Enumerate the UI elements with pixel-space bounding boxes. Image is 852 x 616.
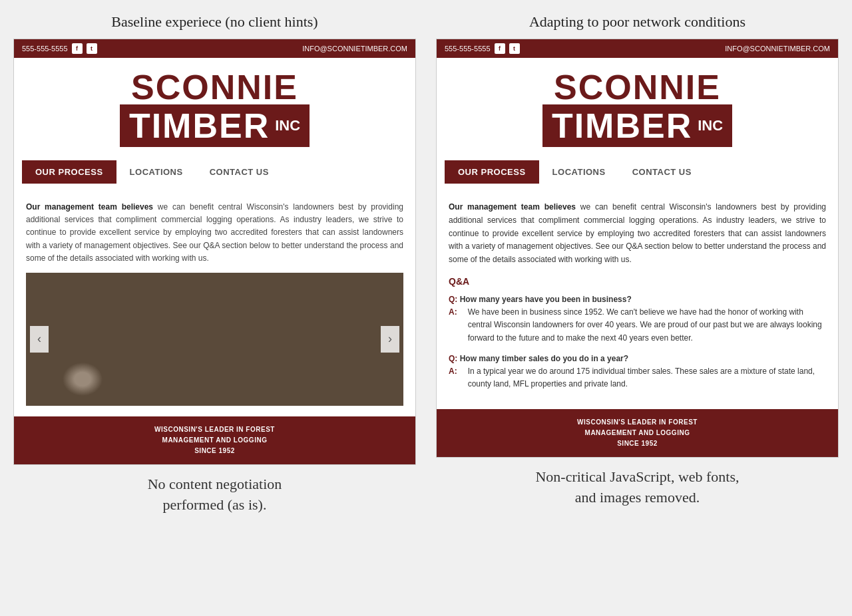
left-logo-sconnie: SCONNIE xyxy=(21,70,409,104)
right-logo-area: SCONNIE TIMBER INC xyxy=(437,58,838,154)
right-topbar-left: 555-555-5555 f t xyxy=(445,43,520,54)
right-logo-inc: INC xyxy=(698,117,723,134)
right-caption: Non-critical JavaScript, web fonts,and i… xyxy=(535,467,739,508)
left-logo-timber-bg: TIMBER INC xyxy=(120,104,310,147)
qa-item-2: Q: How many timber sales do you do in a … xyxy=(449,353,826,391)
twitter-icon[interactable]: t xyxy=(87,43,97,54)
left-topbar: 555-555-5555 f t INFO@SCONNIETIMBER.COM xyxy=(14,39,415,58)
right-qa-title: Q&A xyxy=(449,276,826,287)
a-label-2: A: xyxy=(449,365,457,390)
page-wrapper: Baseline experiece (no client hints) 555… xyxy=(0,0,852,536)
right-phone: 555-555-5555 xyxy=(445,45,491,53)
right-logo-timber: TIMBER xyxy=(552,108,692,143)
qa-a-1: A: We have been in business since 1952. … xyxy=(449,306,826,345)
qa-answer-1: We have been in business since 1952. We … xyxy=(460,306,826,345)
left-slider-next[interactable]: › xyxy=(381,326,399,353)
qa-answer-2: In a typical year we do around 175 indiv… xyxy=(460,365,826,390)
left-logs-overlay xyxy=(26,273,403,406)
a-label-1: A: xyxy=(449,306,457,345)
right-logo-timber-row: TIMBER INC xyxy=(443,104,831,147)
right-body-text: Our management team believes we can bene… xyxy=(449,201,826,267)
right-nav: OUR PROCESS LOCATIONS CONTACT US xyxy=(437,154,838,190)
left-title: Baseline experiece (no client hints) xyxy=(111,13,318,31)
q-label-2: Q: xyxy=(449,354,457,363)
right-body-bold: Our management team believes xyxy=(449,202,576,212)
right-mockup: 555-555-5555 f t INFO@SCONNIETIMBER.COM … xyxy=(436,39,839,458)
qa-item-1: Q: How many years have you been in busin… xyxy=(449,293,826,345)
qa-a-2: A: In a typical year we do around 175 in… xyxy=(449,365,826,390)
right-footer: WISCONSIN'S LEADER IN FORESTMANAGEMENT A… xyxy=(437,409,838,457)
right-column: Adapting to poor network conditions 555-… xyxy=(436,13,839,516)
left-footer-text: WISCONSIN'S LEADER IN FORESTMANAGEMENT A… xyxy=(154,426,275,454)
left-email: INFO@SCONNIETIMBER.COM xyxy=(302,45,407,53)
right-content: Our management team believes we can bene… xyxy=(437,190,838,409)
comparison-row: Baseline experiece (no client hints) 555… xyxy=(13,13,839,516)
facebook-icon[interactable]: f xyxy=(72,43,83,54)
left-nav-active[interactable]: OUR PROCESS xyxy=(22,160,116,184)
left-topbar-left: 555-555-5555 f t xyxy=(22,43,97,54)
right-topbar: 555-555-5555 f t INFO@SCONNIETIMBER.COM xyxy=(437,39,838,58)
right-facebook-icon[interactable]: f xyxy=(495,43,505,54)
right-title: Adapting to poor network conditions xyxy=(529,13,746,31)
left-column: Baseline experiece (no client hints) 555… xyxy=(13,13,416,516)
left-slider-bg xyxy=(26,273,403,406)
right-nav-locations[interactable]: LOCATIONS xyxy=(539,160,619,184)
left-phone: 555-555-5555 xyxy=(22,45,68,53)
right-logo-timber-bg: TIMBER INC xyxy=(542,104,732,147)
right-nav-active[interactable]: OUR PROCESS xyxy=(445,160,539,184)
right-qa-section: Q&A Q: How many years have you been in b… xyxy=(449,276,826,390)
qa-q-1: Q: How many years have you been in busin… xyxy=(449,293,826,306)
left-nav-contact[interactable]: CONTACT US xyxy=(196,160,282,184)
q-text-2: How many timber sales do you do in a yea… xyxy=(460,354,628,363)
left-nav-locations[interactable]: LOCATIONS xyxy=(116,160,196,184)
left-nav: OUR PROCESS LOCATIONS CONTACT US xyxy=(14,154,415,190)
left-logo-timber-row: TIMBER INC xyxy=(21,104,409,147)
left-body-text: Our management team believes we can bene… xyxy=(26,201,403,265)
left-body-bold: Our management team believes xyxy=(26,202,153,212)
left-logo-area: SCONNIE TIMBER INC xyxy=(14,58,415,154)
right-logo-sconnie: SCONNIE xyxy=(443,70,831,104)
q-text-1: How many years have you been in business… xyxy=(460,295,632,304)
left-slider: ‹ › xyxy=(26,273,403,406)
left-logo-inc: INC xyxy=(275,117,300,134)
right-email: INFO@SCONNIETIMBER.COM xyxy=(725,45,830,53)
left-slider-prev[interactable]: ‹ xyxy=(30,326,49,353)
left-logo-timber: TIMBER xyxy=(129,108,270,143)
q-label-1: Q: xyxy=(449,295,457,304)
left-caption: No content negotiationperformed (as is). xyxy=(148,474,282,516)
right-nav-contact[interactable]: CONTACT US xyxy=(619,160,705,184)
left-content: Our management team believes we can bene… xyxy=(14,190,415,416)
left-footer: WISCONSIN'S LEADER IN FORESTMANAGEMENT A… xyxy=(14,416,415,464)
right-twitter-icon[interactable]: t xyxy=(509,43,520,54)
qa-q-2: Q: How many timber sales do you do in a … xyxy=(449,353,826,365)
left-mockup: 555-555-5555 f t INFO@SCONNIETIMBER.COM … xyxy=(13,39,416,465)
right-footer-text: WISCONSIN'S LEADER IN FORESTMANAGEMENT A… xyxy=(577,418,698,447)
